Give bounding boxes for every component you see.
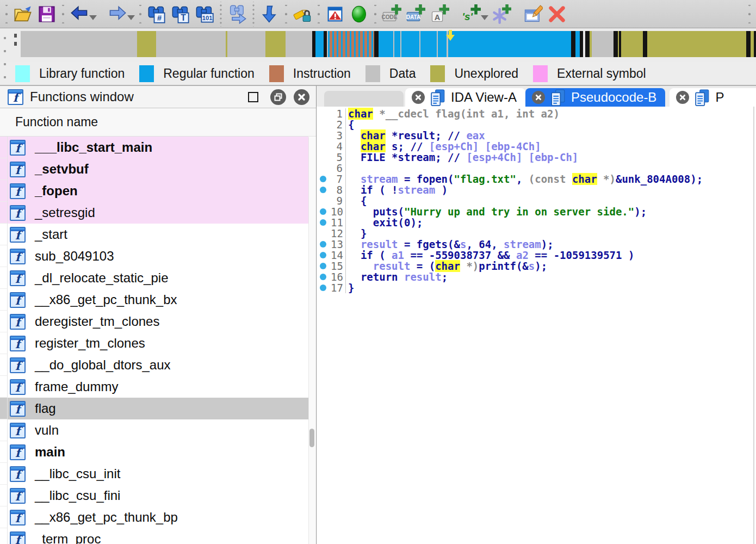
function-row[interactable]: f_setvbuf: [0, 158, 308, 180]
search-text-icon[interactable]: T: [169, 2, 193, 26]
function-row[interactable]: f_term_proc: [0, 528, 308, 544]
code-text[interactable]: exit(0);: [346, 217, 423, 228]
function-row[interactable]: fvuln: [0, 419, 308, 441]
functions-scrollbar[interactable]: [308, 137, 315, 544]
band-segment[interactable]: [647, 31, 746, 57]
band-segment[interactable]: [227, 31, 265, 57]
create-struct-icon[interactable]: [489, 2, 513, 26]
tab-P[interactable]: P: [670, 88, 756, 107]
save-database-icon[interactable]: [35, 2, 59, 26]
band-segment[interactable]: [448, 31, 571, 57]
tab-IDA View-A[interactable]: IDA View-A: [405, 88, 525, 107]
band-segment[interactable]: [315, 31, 324, 57]
band-segment[interactable]: [438, 31, 447, 57]
code-text[interactable]: stream = fopen("flag.txt", (const char *…: [346, 174, 703, 184]
toolbar-handle[interactable]: [747, 5, 752, 23]
band-segment[interactable]: [374, 31, 379, 57]
create-data-icon[interactable]: DATA: [404, 2, 427, 26]
band-segment[interactable]: [379, 31, 393, 57]
toolbar-handle[interactable]: [138, 5, 143, 23]
code-text[interactable]: if ( a1 == -559038737 && a2 == -10591395…: [346, 250, 634, 261]
band-segment[interactable]: [156, 31, 226, 57]
column-header-function-name[interactable]: Function name: [0, 108, 316, 137]
code-text[interactable]: result = (char *)printf(&s);: [346, 261, 547, 271]
function-row[interactable]: fflag: [0, 398, 308, 419]
function-row[interactable]: f_fopen: [0, 180, 308, 202]
band-segment[interactable]: [585, 31, 590, 57]
band-drag-handle[interactable]: [3, 32, 7, 84]
code-text[interactable]: char *result; // eax: [346, 130, 485, 141]
code-text[interactable]: if ( !stream ): [346, 184, 448, 195]
band-segment[interactable]: [420, 31, 437, 57]
set-highlight-icon[interactable]: [290, 2, 314, 26]
function-row[interactable]: fregister_tm_clones: [0, 332, 308, 354]
function-row[interactable]: f_start: [0, 224, 308, 245]
jump-to-address-icon[interactable]: [258, 2, 282, 26]
search-next-icon[interactable]: [225, 2, 249, 26]
band-segment[interactable]: [394, 31, 400, 57]
code-text[interactable]: result = fgets(&s, 64, stream);: [346, 239, 554, 250]
band-segment[interactable]: [592, 31, 614, 57]
open-file-icon[interactable]: [11, 2, 35, 26]
undefine-item-icon[interactable]: [545, 2, 569, 26]
function-row[interactable]: f__x86_get_pc_thunk_bx: [0, 289, 308, 311]
toolbar-handle[interactable]: [4, 5, 9, 23]
problems-window-icon[interactable]: [323, 2, 347, 26]
create-name-icon[interactable]: A: [427, 2, 451, 26]
code-text[interactable]: FILE *stream; // [esp+4Ch] [ebp-Ch]: [346, 152, 578, 163]
band-segment[interactable]: [328, 31, 374, 57]
create-code-icon[interactable]: CODE: [380, 2, 404, 26]
function-row[interactable]: fsub_8049103: [0, 245, 308, 267]
search-immediate-icon[interactable]: #: [145, 2, 169, 26]
band-segment[interactable]: [754, 31, 756, 57]
close-window-button[interactable]: [294, 89, 309, 105]
create-string-icon[interactable]: 's': [459, 2, 483, 26]
band-segment[interactable]: [746, 31, 751, 57]
tab-close-icon[interactable]: [676, 91, 689, 104]
band-segment[interactable]: [621, 31, 643, 57]
toolbar-handle[interactable]: [373, 5, 378, 23]
tab-close-icon[interactable]: [412, 91, 425, 104]
code-text[interactable]: return result;: [346, 271, 448, 282]
functions-scrollbar-thumb[interactable]: [309, 429, 314, 447]
band-segment[interactable]: [401, 31, 419, 57]
tab-Pseudocode-B[interactable]: Pseudocode-B: [525, 88, 665, 107]
function-row[interactable]: f_setresgid: [0, 202, 308, 224]
tab-close-icon[interactable]: [532, 91, 545, 104]
navigate-forward-icon[interactable]: [106, 2, 129, 26]
band-segment[interactable]: [643, 31, 647, 57]
code-text[interactable]: char s; // [esp+Ch] [ebp-4Ch]: [346, 141, 541, 152]
code-text[interactable]: }: [346, 228, 367, 239]
function-row[interactable]: f__do_global_dtors_aux: [0, 354, 308, 376]
function-row[interactable]: fderegister_tm_clones: [0, 311, 308, 332]
navigation-band[interactable]: [21, 31, 756, 57]
band-segment[interactable]: [614, 31, 618, 57]
function-row[interactable]: f_dl_relocate_static_pie: [0, 267, 308, 289]
navigate-back-icon[interactable]: [67, 2, 91, 26]
function-row[interactable]: fframe_dummy: [0, 376, 308, 398]
code-text[interactable]: char *__cdecl flag(int a1, int a2): [346, 108, 560, 119]
band-segment[interactable]: [575, 31, 580, 57]
function-row[interactable]: f__x86_get_pc_thunk_bp: [0, 506, 308, 528]
function-row[interactable]: f__libc_csu_fini: [0, 485, 308, 506]
toolbar-handle[interactable]: [60, 5, 66, 23]
code-text[interactable]: }: [346, 282, 354, 293]
float-window-button[interactable]: [248, 92, 258, 102]
band-segment[interactable]: [137, 31, 156, 57]
function-row[interactable]: f__libc_csu_init: [0, 463, 308, 485]
code-text[interactable]: {: [346, 195, 367, 206]
band-segment[interactable]: [265, 31, 286, 57]
band-segment[interactable]: [21, 31, 137, 57]
function-row[interactable]: f___libc_start_main: [0, 137, 308, 158]
function-row[interactable]: fmain: [0, 441, 308, 463]
toolbar-handle[interactable]: [283, 5, 289, 23]
band-segment[interactable]: [286, 31, 312, 57]
band-segment[interactable]: [571, 31, 575, 57]
edit-item-icon[interactable]: [521, 2, 545, 26]
search-binary-icon[interactable]: 101: [193, 2, 216, 26]
toolbar-handle[interactable]: [316, 5, 321, 23]
restore-window-button[interactable]: [270, 89, 286, 105]
code-text[interactable]: puts("Hurry up and try in on server side…: [346, 206, 647, 217]
code-text[interactable]: {: [346, 119, 354, 130]
pseudocode-view[interactable]: 1char *__cdecl flag(int a1, int a2)2{3 c…: [317, 107, 756, 544]
